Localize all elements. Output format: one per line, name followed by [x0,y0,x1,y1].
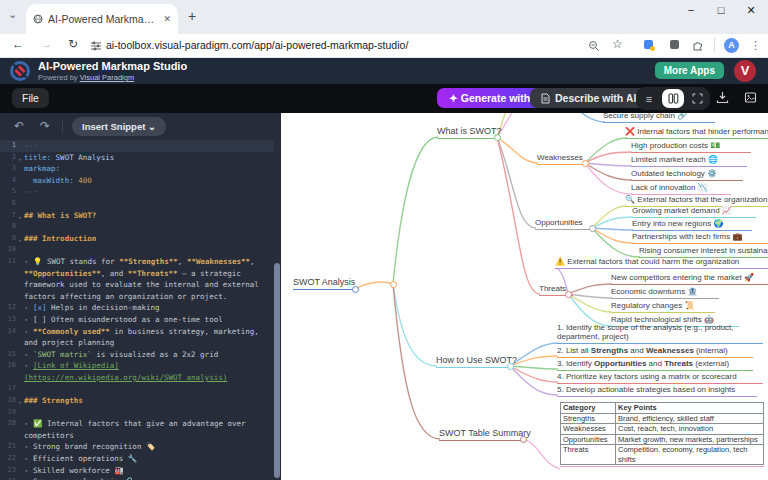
fold-gutter [16,349,24,361]
fold-chevron-icon[interactable]: ⌄ [16,210,24,222]
node-high-production-costs[interactable]: High production costs 💵 [631,141,751,153]
extension-icon[interactable] [644,40,653,49]
url-text[interactable]: ai-toolbox.visual-paradigm.com/app/ai-po… [106,39,408,51]
node-branch-junction-collapse-dot[interactable] [390,281,397,288]
node-what-is-swot[interactable]: What is SWOT? [437,126,501,139]
node-step-1[interactable]: 1. Identify the scope of the analysis (e… [557,323,763,344]
node-root-swot-analysis-collapse-dot[interactable] [352,286,359,293]
bookmark-star-icon[interactable]: ☆ [612,37,623,51]
file-menu-button[interactable]: File [12,88,49,108]
line-number: 15 [0,349,16,361]
browser-menu-icon[interactable]: ⋮ [750,39,761,52]
fold-chevron-icon[interactable]: ⌄ [16,152,24,164]
tab-search-chevron-icon[interactable]: ⌄ [8,8,17,21]
code-text: ## What is SWOT? [24,210,96,222]
line-number [0,337,16,349]
table-cell: Brand, efficiency, skilled staff [616,413,764,424]
browser-tab[interactable]: AI-Powered Markmap Studio ✕ [26,4,178,34]
swot-summary-table: CategoryKey PointsStrengthsBrand, effici… [560,402,764,465]
fold-gutter [16,140,24,152]
map-link [497,137,536,228]
export-image-icon[interactable] [744,91,757,104]
fold-gutter [16,279,24,291]
split-view-button[interactable] [662,89,684,108]
editor-only-view-button[interactable]: ≡ [638,89,660,108]
forward-icon[interactable]: → [40,37,52,51]
node-how-to-use-swot-collapse-dot[interactable] [507,363,514,370]
window-close-button[interactable]: ✕ [736,4,766,17]
code-line: and project planning [0,337,274,349]
map-link [393,137,438,284]
code-line: 20- ✅ Internal factors that give an adva… [0,418,274,430]
insert-snippet-button[interactable]: Insert Snippet ⌄ [72,117,166,136]
node-opportunities[interactable]: Opportunities [535,218,593,230]
reload-icon[interactable]: ↻ [68,37,78,51]
redo-icon[interactable]: ↷ [40,119,50,133]
node-limited-market-reach[interactable]: Limited market reach 🌐 [631,155,747,167]
fullscreen-view-button[interactable] [686,89,708,108]
node-swot-table-summary-collapse-dot[interactable] [520,436,527,443]
profile-avatar[interactable]: A [724,38,739,53]
code-area[interactable]: 1---2⌄title: SWOT Analysis3markmap:4 max… [0,140,274,480]
node-partnerships-tech-firms[interactable]: Partnerships with tech firms 💼 [632,232,768,244]
code-line: 22- Efficient operations 🔧 [0,453,274,465]
code-line: 14- **Commonly used** in business strate… [0,326,274,338]
node-economic-downturns[interactable]: Economic downturns 🏦 [611,287,719,299]
fold-gutter [16,268,24,280]
download-icon[interactable] [716,91,729,104]
node-step-4[interactable]: 4. Prioritize key factors using a matrix… [557,372,763,384]
back-icon[interactable]: ← [12,37,24,51]
node-lack-of-innovation[interactable]: Lack of innovation 📉 [631,183,731,195]
table-cell: Strengths [561,413,616,424]
code-line: 15- `SWOT matrix` is visualized as a 2x2… [0,349,274,361]
code-text: --- [24,186,38,198]
fold-gutter [16,476,24,480]
window-minimize-button[interactable]: − [676,4,706,16]
node-threats-collapse-dot[interactable] [565,291,572,298]
code-line: 16- [Link of Wikipedia] [0,360,274,372]
table-cell: Cost, reach, tech, innovation [616,424,764,435]
node-outdated-technology[interactable]: Outdated technology ⚙️ [631,169,743,181]
more-apps-button[interactable]: More Apps [655,62,724,79]
split-view-icon [668,93,679,104]
node-growing-market-demand[interactable]: Growing market demand 📈 [632,206,756,218]
node-what-is-swot-collapse-dot[interactable] [494,134,501,141]
node-swot-table-summary[interactable]: SWOT Table Summary [439,428,525,441]
line-number: 14 [0,326,16,338]
code-line: 5--- [0,186,274,198]
node-step-5[interactable]: 5. Develop actionable strategies based o… [557,385,757,397]
code-text: ### Strengths [24,395,83,407]
editor-scrollbar[interactable] [274,263,280,478]
extension-chat-icon[interactable] [670,40,679,49]
node-root-swot-analysis[interactable]: SWOT Analysis [293,277,357,290]
mindmap-canvas[interactable]: Secure supply chain 🔗❌ Internal factors … [281,113,768,480]
site-settings-icon[interactable] [90,40,102,52]
tab-close-icon[interactable]: ✕ [163,14,171,24]
node-step-2[interactable]: 2. List all Strengths and Weaknesses (in… [557,346,753,358]
window-maximize-button[interactable]: □ [706,4,736,16]
code-text: --- [24,140,38,152]
node-step-3[interactable]: 3. Identify Opportunities and Threats (e… [557,359,753,371]
fold-chevron-icon[interactable]: ⌄ [16,395,24,407]
undo-icon[interactable]: ↶ [14,119,24,133]
fold-chevron-icon[interactable]: ⌄ [16,233,24,245]
node-new-competitors[interactable]: New competitors entering the market 🚀 [611,273,768,285]
node-how-to-use-swot[interactable]: How to Use SWOT? [436,355,512,368]
vp-badge[interactable]: V [734,60,756,82]
extensions-puzzle-icon[interactable] [692,39,705,52]
node-external-factors-threats[interactable]: ⚠️ External factors that could harm the … [555,257,768,269]
visual-paradigm-link[interactable]: Visual Paradigm [80,73,134,82]
new-tab-button[interactable]: + [188,8,196,24]
node-regulatory-changes[interactable]: Regulatory changes 📜 [611,301,715,313]
node-secure-supply-chain[interactable]: Secure supply chain 🔗 [603,113,715,123]
node-opportunities-collapse-dot[interactable] [589,225,596,232]
describe-with-ai-button[interactable]: Describe with AI [530,88,647,108]
node-internal-factors-weaknesses[interactable]: ❌ Internal factors that hinder performan… [625,127,768,139]
code-line: 11- 💡 SWOT stands for **Strengths**, **W… [0,256,274,268]
zoom-icon[interactable] [588,40,600,52]
markdown-editor-pane[interactable]: ↶ ↷ Insert Snippet ⌄ 1---2⌄title: SWOT A… [0,113,281,480]
line-number: 18 [0,395,16,407]
line-number: 17 [0,383,16,395]
node-entry-new-regions[interactable]: Entry into new regions 🌍 [632,219,752,231]
node-weaknesses-collapse-dot[interactable] [582,160,589,167]
